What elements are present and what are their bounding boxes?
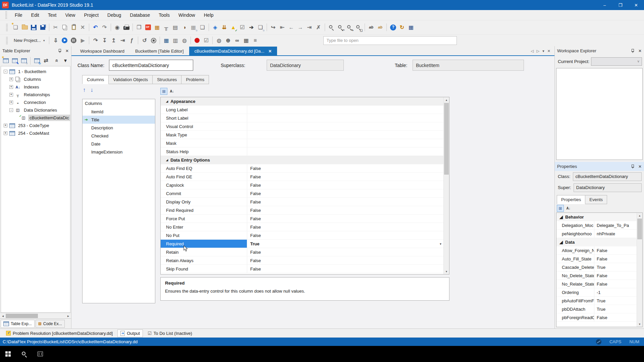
workspace-explorer-list[interactable] — [556, 68, 643, 160]
database-explorer-icon[interactable]: ▥ — [171, 36, 180, 45]
property-name[interactable]: Auto Find EQ — [161, 164, 247, 172]
binoculars-icon[interactable]: ∞ — [232, 36, 241, 45]
run-to-cursor-icon[interactable]: ⇥ — [118, 36, 127, 45]
watch-function-icon[interactable]: ƒ — [127, 36, 136, 45]
web-app-icon[interactable]: ◍ — [180, 36, 189, 45]
start-button[interactable] — [0, 346, 16, 362]
property-name[interactable]: Mask — [161, 139, 247, 147]
property-value[interactable] — [247, 131, 443, 139]
property-name[interactable]: Auto_Fill_State — [556, 255, 594, 263]
property-name[interactable]: Auto Find GE — [161, 173, 247, 181]
property-name[interactable]: Cascade_Delete — [556, 263, 594, 271]
edit-table-icon[interactable]: ✎ — [10, 57, 19, 65]
property-row[interactable]: Ordering-1 — [556, 288, 637, 297]
menu-database[interactable]: Database — [125, 11, 154, 19]
save-icon[interactable] — [29, 23, 38, 32]
tab-problems[interactable]: Problems — [181, 75, 209, 84]
property-name[interactable]: No Put — [161, 231, 247, 239]
property-row[interactable]: Mask — [161, 139, 443, 147]
property-row[interactable]: Auto_Fill_StateFalse — [556, 255, 637, 263]
scroll-down-icon[interactable]: ▾ — [444, 269, 449, 274]
vscroll-thumb[interactable] — [444, 103, 449, 175]
current-project-dropdown[interactable]: ˅ — [591, 57, 642, 66]
property-row[interactable]: No EnterFalse — [161, 223, 443, 231]
property-value[interactable]: False — [247, 206, 443, 214]
property-row[interactable]: pbDDAttachTrue — [556, 305, 637, 313]
property-row[interactable]: Short Label — [161, 114, 443, 122]
menu-tools[interactable]: Tools — [154, 11, 174, 19]
property-value[interactable]: False — [247, 164, 443, 172]
find-icon[interactable] — [327, 23, 336, 32]
tree-item[interactable]: -◫Data Dictionaries — [1, 106, 70, 114]
export-icon[interactable]: ➔ — [247, 23, 256, 32]
expand-icon[interactable]: + — [9, 85, 13, 89]
properties-scrollbar[interactable]: ▴ ▾ — [637, 213, 642, 327]
property-value[interactable]: False — [247, 248, 443, 256]
expand-icon[interactable]: + — [9, 101, 13, 104]
source-list-icon[interactable]: ▤ — [171, 23, 180, 32]
new-table-icon[interactable]: ✶ — [1, 57, 10, 65]
refresh-tables-icon[interactable]: ↻ — [33, 57, 41, 65]
property-name[interactable]: Force Put — [161, 215, 247, 223]
test-validation-icon[interactable]: ☑ — [202, 36, 211, 45]
property-grid-scrollbar[interactable]: ▴ ▾ — [443, 97, 449, 274]
property-row[interactable]: RequiredTrue▾ — [161, 240, 443, 248]
scroll-right-icon[interactable]: ▸ — [65, 314, 71, 318]
property-name[interactable]: No_Relate_State — [556, 280, 594, 288]
file-search-icon[interactable]: ❏○ — [256, 23, 265, 32]
property-name[interactable]: No_Delete_State — [556, 272, 594, 280]
refresh-icon[interactable]: ↻ — [397, 23, 407, 32]
sort-alphabetical-icon[interactable]: A↓ — [565, 205, 572, 212]
tab-todo-list[interactable]: ☑ To Do List (Inactive) — [145, 330, 195, 337]
property-row[interactable]: Force PutFalse — [161, 215, 443, 223]
property-value[interactable]: False — [594, 272, 637, 280]
move-up-icon[interactable]: ↑ — [83, 87, 86, 94]
menu-help[interactable]: Help — [200, 11, 218, 19]
property-row[interactable]: peNeighborhoonhPrivate — [556, 230, 637, 238]
pin-icon[interactable] — [631, 49, 635, 53]
switch-name-number-icon[interactable]: ⇄ — [42, 57, 50, 65]
property-value[interactable]: True — [594, 297, 637, 305]
tree-item[interactable]: +253 - CodeType — [1, 122, 70, 129]
property-row[interactable]: pbForeignReadOFalse — [556, 313, 637, 322]
dataflex-studio-icon[interactable] — [144, 23, 153, 32]
tab-properties[interactable]: Properties — [557, 195, 585, 204]
scroll-down-icon[interactable]: ▾ — [637, 321, 642, 327]
tab-columns[interactable]: Columns — [82, 75, 109, 84]
clear-bookmarks-icon[interactable]: ✗ — [314, 23, 323, 32]
document-tab-1[interactable]: BucketItem [Table Editor] — [130, 47, 189, 55]
property-name[interactable]: Skip Found — [161, 265, 247, 273]
palette-icon[interactable]: ◑ — [180, 23, 189, 32]
property-row[interactable]: No PutFalse — [161, 231, 443, 240]
replace-in-files-icon[interactable]: ab — [376, 23, 385, 32]
property-row[interactable]: Skip FoundFalse — [161, 265, 443, 273]
tree-item[interactable]: +254 - CodeMast — [1, 129, 70, 137]
property-row[interactable]: No_Relate_StateFalse — [556, 280, 637, 288]
web-target-icon[interactable]: ⊕ — [223, 36, 232, 45]
problems-check-icon[interactable]: ▲✓ — [229, 23, 238, 32]
property-value[interactable]: False — [247, 181, 443, 189]
property-name[interactable]: Delegation_Moc — [556, 221, 594, 229]
tree-item[interactable]: +Columns — [1, 75, 70, 83]
property-row[interactable]: Visual Control — [161, 122, 443, 131]
property-category[interactable]: ◢Data — [556, 238, 637, 246]
tab-problem-resolution[interactable]: Problem Resolution [cBucketItemDataDicti… — [3, 330, 115, 337]
new-file-icon[interactable]: ❏✶ — [11, 23, 20, 32]
tab-code-explorer[interactable]: ⊞ Code Ex... — [36, 320, 65, 328]
property-row[interactable]: Mask Type — [161, 131, 443, 139]
pin-icon[interactable] — [631, 164, 635, 169]
property-row[interactable]: Display OnlyFalse — [161, 198, 443, 206]
property-value[interactable] — [247, 122, 443, 130]
property-row[interactable]: No_Delete_StateFalse — [556, 272, 637, 280]
scroll-tabs-right-icon[interactable]: ▷ — [537, 49, 539, 53]
menu-view[interactable]: View — [61, 11, 79, 19]
options-grid-icon[interactable]: ▦ — [407, 23, 416, 32]
menu-edit[interactable]: Edit — [27, 11, 44, 19]
tree-item[interactable]: +╥Relationships — [1, 91, 70, 99]
menu-debug[interactable]: Debug — [103, 11, 125, 19]
property-name[interactable]: Allow_Foreign_N — [556, 246, 594, 254]
record-icon[interactable] — [193, 36, 202, 45]
menu-project[interactable]: Project — [79, 11, 103, 19]
object-browser-icon[interactable]: ◈ — [211, 23, 220, 32]
property-name[interactable]: Find Required — [161, 206, 247, 214]
